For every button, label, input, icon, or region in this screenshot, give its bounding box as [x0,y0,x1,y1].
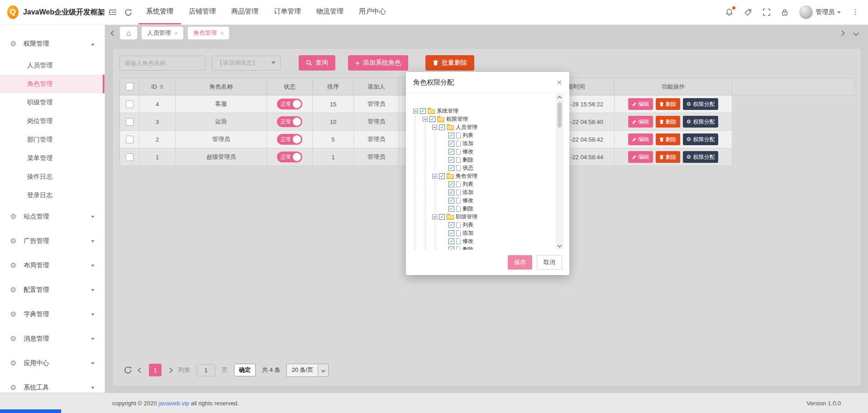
footer-link[interactable]: javaweb.vip [158,400,189,407]
assign-permission-button[interactable]: ⚙权限分配 [683,133,719,145]
checkbox-checked-icon[interactable]: ✓ [448,222,454,228]
collapse-icon[interactable] [413,109,418,114]
close-icon[interactable]: × [220,30,224,37]
collapse-icon[interactable] [432,125,437,130]
nav-item-系统管理[interactable]: 系统管理 [138,0,181,24]
save-button[interactable]: 保存 [508,255,532,270]
sidebar-group-权限管理[interactable]: ⚙权限管理 [0,32,105,56]
tree-row-职级管理[interactable]: ✓职级管理 [432,213,563,221]
collapse-icon[interactable] [423,117,428,122]
assign-permission-button[interactable]: ⚙权限分配 [683,98,719,110]
status-toggle[interactable]: 正常 [277,116,302,127]
sidebar-group-布局管理[interactable]: ⚙布局管理 [0,253,105,278]
status-toggle[interactable]: 正常 [277,134,302,145]
collapse-icon[interactable] [432,174,437,179]
notifications-bell-icon[interactable] [725,8,733,16]
sidebar-item-人员管理[interactable]: 人员管理 [0,56,105,75]
select-all-checkbox[interactable] [126,83,134,90]
status-select[interactable]: 【请选择状态】 [212,56,281,71]
tree-row-状态[interactable]: ✓状态 [442,164,563,172]
edit-button[interactable]: 编辑 [628,116,653,128]
sidebar-item-菜单管理[interactable]: 菜单管理 [0,149,105,167]
tabs-dropdown-icon[interactable] [853,30,859,36]
status-toggle[interactable]: 正常 [277,99,302,109]
close-icon[interactable]: × [557,78,562,87]
delete-button[interactable]: 删除 [656,133,680,145]
tab-home[interactable]: ⌂ [120,27,137,39]
tree-row-修改[interactable]: ✓修改 [442,196,563,204]
tree-row-删除[interactable]: ✓删除 [442,156,563,164]
goto-page-input[interactable] [196,364,215,376]
checkbox-checked-icon[interactable]: ✓ [439,124,445,130]
more-menu-icon[interactable]: ⋮ [852,9,859,16]
user-menu[interactable]: 管理员 [799,5,841,19]
assign-permission-button[interactable]: ⚙权限分配 [683,151,719,163]
sidebar-group-消息管理[interactable]: ⚙消息管理 [0,327,105,351]
confirm-page-button[interactable]: 确定 [234,364,256,376]
sidebar-item-岗位管理[interactable]: 岗位管理 [0,112,105,130]
checkbox-checked-icon[interactable]: ✓ [448,181,454,187]
tree-row-修改[interactable]: ✓修改 [442,237,563,245]
page-1-button[interactable]: 1 [149,364,162,376]
tree-scrollbar[interactable] [556,94,563,249]
scrollbar-thumb[interactable] [558,102,562,128]
role-name-input[interactable] [119,56,205,71]
edit-button[interactable]: 编辑 [628,151,653,163]
delete-button[interactable]: 删除 [656,98,680,110]
assign-permission-button[interactable]: ⚙权限分配 [683,116,719,128]
tree-row-系统管理[interactable]: ✓系统管理 [413,107,563,115]
fullscreen-icon[interactable] [763,9,770,16]
checkbox-checked-icon[interactable]: ✓ [448,190,454,195]
tab-角色管理[interactable]: 角色管理× [188,27,229,39]
prev-page-icon[interactable] [138,368,143,372]
sidebar-toggle-icon[interactable] [105,0,120,24]
edit-button[interactable]: 编辑 [628,98,653,110]
tabs-scroll-right-icon[interactable] [839,30,845,36]
tree-row-角色管理[interactable]: ✓角色管理 [432,172,563,180]
row-checkbox[interactable] [126,100,134,108]
search-button[interactable]: 查询 [299,55,335,71]
tree-row-修改[interactable]: ✓修改 [442,147,563,156]
sidebar-group-系统工具[interactable]: ⚙系统工具 [0,375,105,393]
checkbox-checked-icon[interactable]: ✓ [420,108,426,114]
tree-row-列表[interactable]: ✓列表 [442,180,563,188]
delete-button[interactable]: 删除 [656,151,680,163]
checkbox-checked-icon[interactable]: ✓ [429,116,435,122]
delete-button[interactable]: 删除 [656,116,680,128]
refresh-icon[interactable] [124,366,132,374]
sidebar-group-字典管理[interactable]: ⚙字典管理 [0,302,105,327]
tree-row-删除[interactable]: ✓删除 [442,245,563,250]
checkbox-checked-icon[interactable]: ✓ [448,141,454,147]
close-icon[interactable]: × [174,30,178,37]
sort-icon[interactable] [160,85,163,89]
checkbox-checked-icon[interactable]: ✓ [448,198,454,204]
tree-row-添加[interactable]: ✓添加 [442,188,563,196]
sidebar-item-登录日志[interactable]: 登录日志 [0,186,105,204]
sidebar-group-应用中心[interactable]: ⚙应用中心 [0,351,105,375]
checkbox-checked-icon[interactable]: ✓ [448,247,454,250]
scroll-down-icon[interactable] [557,242,563,248]
checkbox-checked-icon[interactable]: ✓ [448,157,454,163]
sidebar-item-职级管理[interactable]: 职级管理 [0,93,105,112]
edit-button[interactable]: 编辑 [628,133,653,145]
collapse-icon[interactable] [432,214,437,219]
tree-row-列表[interactable]: ✓列表 [442,131,563,139]
nav-item-订单管理[interactable]: 订单管理 [266,0,309,24]
brand[interactable]: Q JavaWeb企业级开发框架 [0,0,105,24]
nav-item-店铺管理[interactable]: 店铺管理 [181,0,224,24]
sidebar-group-广告管理[interactable]: ⚙广告管理 [0,229,105,253]
sidebar-item-操作日志[interactable]: 操作日志 [0,167,105,186]
checkbox-checked-icon[interactable]: ✓ [448,206,454,212]
scroll-up-icon[interactable] [557,95,563,101]
lock-icon[interactable] [781,9,788,16]
next-page-icon[interactable] [168,368,172,372]
status-toggle[interactable]: 正常 [277,152,302,162]
checkbox-checked-icon[interactable]: ✓ [439,214,445,220]
checkbox-checked-icon[interactable]: ✓ [439,173,445,179]
row-checkbox[interactable] [126,136,134,143]
tree-row-列表[interactable]: ✓列表 [442,221,563,229]
nav-item-商品管理[interactable]: 商品管理 [224,0,266,24]
row-checkbox[interactable] [126,118,134,126]
batch-delete-button[interactable]: 批量删除 [425,55,474,71]
tree-row-权限管理[interactable]: ✓权限管理 [423,115,563,123]
